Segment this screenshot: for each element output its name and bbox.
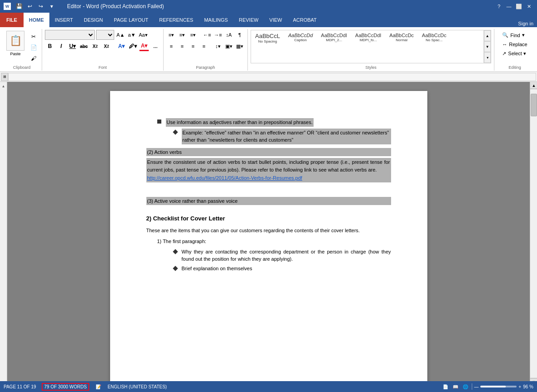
- scroll-thumb[interactable]: [531, 94, 537, 116]
- undo-icon[interactable]: ↩: [25, 2, 34, 11]
- paragraph-row1: ≡▾ ≡▾ ≡▾ ←≡ →≡ ↕A ¶: [166, 30, 245, 40]
- styles-scroll-down[interactable]: ▼: [484, 41, 491, 52]
- zoom-slider[interactable]: [480, 386, 517, 387]
- replace-button[interactable]: ↔ Replace: [499, 40, 530, 48]
- justify-button[interactable]: ≡: [199, 41, 209, 51]
- highlight-button[interactable]: 🖊▾: [128, 41, 138, 51]
- bullet-brief: Brief explanation on themselves: [174, 265, 391, 272]
- status-left: PAGE 11 OF 19 79 OF 3000 WORDS 📝 ENGLISH…: [4, 383, 167, 391]
- superscript-button[interactable]: X2: [102, 41, 111, 51]
- bullet-diamond-1: [173, 129, 178, 134]
- tab-references[interactable]: REFERENCES: [154, 13, 198, 27]
- format-painter-button[interactable]: 🖌: [28, 53, 39, 63]
- font-name-row: A▲ a▼ Aa▾: [45, 30, 160, 40]
- tab-design[interactable]: DESIGN: [78, 13, 108, 27]
- font-color-button[interactable]: A▾: [139, 41, 149, 51]
- align-center-button[interactable]: ≡: [177, 41, 187, 51]
- style-normal[interactable]: AaBbCcDc Normal: [385, 30, 418, 63]
- window-controls: ? — ⬜ ✕: [494, 2, 533, 11]
- sign-in-button[interactable]: Sign in: [514, 20, 537, 27]
- save-icon[interactable]: 💾: [15, 2, 24, 11]
- clear-format-button[interactable]: …: [150, 41, 160, 51]
- paragraph-group: ≡▾ ≡▾ ≡▾ ←≡ →≡ ↕A ¶ ≡ ≡ ≡ ≡ ↕▾ ▣▾ ▦▾ Par…: [164, 29, 248, 71]
- close-button[interactable]: ✕: [524, 2, 533, 11]
- select-button[interactable]: ↗ Select ▾: [499, 49, 530, 58]
- restore-button[interactable]: ⬜: [514, 2, 523, 11]
- bullet-diamond-3: [173, 266, 178, 271]
- shading-button[interactable]: ▣▾: [224, 41, 234, 51]
- collapse-panel-button[interactable]: ▲: [0, 83, 7, 89]
- document-scroll[interactable]: Use information as adjectives rather tha…: [7, 82, 530, 385]
- zoom-control: — + 96 %: [472, 383, 533, 390]
- minimize-button[interactable]: —: [504, 2, 513, 11]
- line-spacing-button[interactable]: ↕▾: [213, 41, 223, 51]
- text-effect-button[interactable]: A▾: [116, 41, 126, 51]
- dropdown-icon[interactable]: ▾: [47, 2, 56, 11]
- tab-review[interactable]: REVIEW: [233, 13, 264, 27]
- bullet-why-text: Why they are contacting the correspondin…: [182, 248, 391, 263]
- font-size-select[interactable]: [96, 30, 114, 40]
- strikethrough-button[interactable]: abc: [79, 41, 89, 51]
- proofing-icon[interactable]: 📝: [95, 383, 102, 390]
- tab-file[interactable]: FILE: [0, 13, 24, 27]
- decrease-font-button[interactable]: a▼: [127, 30, 137, 40]
- decrease-indent-button[interactable]: ←≡: [202, 30, 212, 40]
- tab-home[interactable]: HOME: [24, 13, 49, 27]
- language-info: ENGLISH (UNITED STATES): [107, 384, 167, 389]
- cut-button[interactable]: ✂: [28, 32, 39, 42]
- style-mdpi2[interactable]: AaBbCcDdI MDPI_2...: [317, 30, 351, 63]
- action-verbs-link[interactable]: http://career.opcd.wfu.edu/files/2011/05…: [147, 175, 302, 181]
- increase-font-button[interactable]: A▲: [116, 30, 126, 40]
- find-button[interactable]: 🔍 Find ▾: [499, 31, 530, 39]
- styles-scroll-up[interactable]: ▲: [484, 30, 491, 41]
- multilevel-button[interactable]: ≡▾: [188, 30, 198, 40]
- tab-mailings[interactable]: MAILINGS: [198, 13, 233, 27]
- sort-button[interactable]: ↕A: [224, 30, 234, 40]
- font-name-select[interactable]: [45, 30, 95, 40]
- tab-insert[interactable]: INSERT: [49, 13, 78, 27]
- redo-icon[interactable]: ↪: [36, 2, 45, 11]
- tab-page-layout[interactable]: PAGE LAYOUT: [108, 13, 154, 27]
- help-button[interactable]: ?: [494, 2, 503, 11]
- bullets-button[interactable]: ≡▾: [166, 30, 176, 40]
- replace-icon: ↔: [502, 42, 507, 47]
- zoom-level: 96 %: [523, 384, 533, 389]
- view-web-icon[interactable]: 🌐: [462, 383, 469, 390]
- zoom-in-button[interactable]: +: [518, 384, 521, 389]
- align-right-button[interactable]: ≡: [188, 41, 198, 51]
- scroll-up-button[interactable]: ▲: [530, 82, 537, 89]
- bullet-sub-item-1: Example: “effective” rather than “in an …: [174, 129, 391, 144]
- tab-acrobat[interactable]: ACROBAT: [287, 13, 322, 27]
- status-right: 📄 📖 🌐 — + 96 %: [442, 383, 533, 390]
- tab-view[interactable]: VIEW: [264, 13, 287, 27]
- word-icon: W: [4, 3, 11, 10]
- numbering-button[interactable]: ≡▾: [177, 30, 187, 40]
- increase-indent-button[interactable]: →≡: [213, 30, 223, 40]
- style-mdpifo[interactable]: AaBbCcDdI MDPI_fo...: [351, 30, 385, 63]
- clipboard-label: Clipboard: [2, 65, 42, 70]
- bullet-item-1: Use information as adjectives rather tha…: [157, 118, 391, 127]
- underline-button[interactable]: U▾: [68, 41, 77, 51]
- bold-button[interactable]: B: [45, 41, 55, 51]
- quick-access-toolbar: 💾 ↩ ↪ ▾: [15, 2, 56, 11]
- styles-more[interactable]: ▾: [484, 52, 491, 63]
- copy-button[interactable]: 📄: [28, 43, 39, 53]
- bullet-sub-text-1: Example: “effective” rather than “in an …: [182, 129, 391, 144]
- view-reading-icon[interactable]: 📖: [452, 383, 459, 390]
- zoom-out-button[interactable]: —: [474, 384, 479, 389]
- subscript-button[interactable]: X2: [90, 41, 100, 51]
- style-no-spacing[interactable]: AaBbCcL No Spacing: [251, 30, 284, 63]
- bullet-why: Why they are contacting the correspondin…: [174, 248, 391, 263]
- change-case-button[interactable]: Aa▾: [138, 30, 148, 40]
- view-normal-icon[interactable]: 📄: [442, 383, 449, 390]
- ruler-toggle[interactable]: ⊞: [1, 73, 8, 81]
- borders-button[interactable]: ▦▾: [235, 41, 245, 51]
- show-hide-button[interactable]: ¶: [235, 30, 245, 40]
- style-no-space[interactable]: AaBbCcDc No Spac...: [418, 30, 450, 63]
- italic-button[interactable]: I: [56, 41, 66, 51]
- style-caption[interactable]: AaBbCcDd Caption: [284, 30, 317, 63]
- align-left-button[interactable]: ≡: [166, 41, 176, 51]
- word-count[interactable]: 79 OF 3000 WORDS: [42, 383, 90, 391]
- ruler: ⊞: [0, 72, 537, 82]
- paste-button[interactable]: 📋 Paste: [5, 30, 26, 57]
